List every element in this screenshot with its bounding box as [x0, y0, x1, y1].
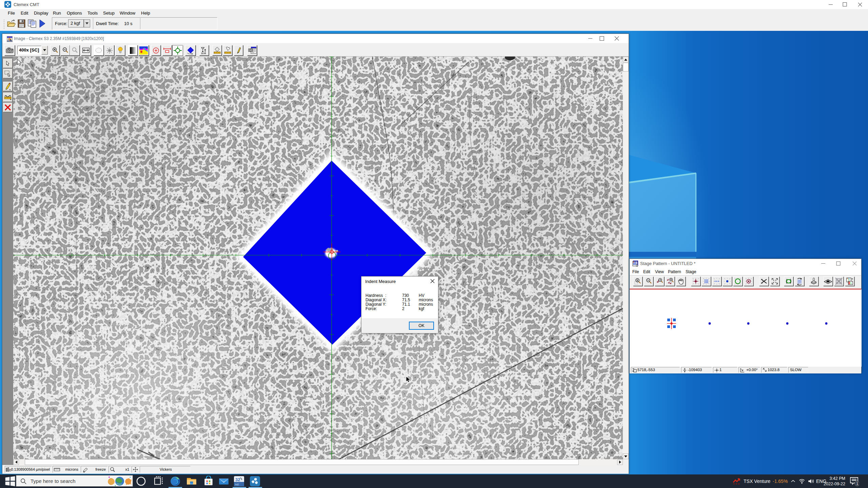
svg-text:S: S: [850, 282, 852, 285]
svg-text:1: 1: [856, 482, 859, 486]
svg-text:hd2: hd2: [235, 483, 239, 486]
svg-text:32: 32: [235, 477, 240, 482]
